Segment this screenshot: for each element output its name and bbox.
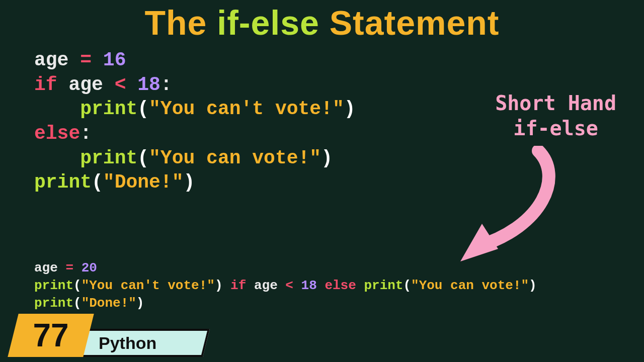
annotation-line1: Short Hand (495, 90, 616, 116)
annotation-short-hand: Short Hand if-else (495, 90, 616, 141)
arrow-icon (438, 146, 569, 266)
code-block-main: age = 16 if age < 18: print("You can't v… (34, 48, 356, 195)
slide-title: The if-else Statement (0, 3, 644, 42)
code-block-shorthand: age = 20 print("You can't vote!") if age… (34, 259, 537, 312)
badge-language: Python (77, 329, 210, 357)
badge-number: 77 (8, 314, 94, 357)
annotation-line2: if-else (495, 116, 616, 141)
